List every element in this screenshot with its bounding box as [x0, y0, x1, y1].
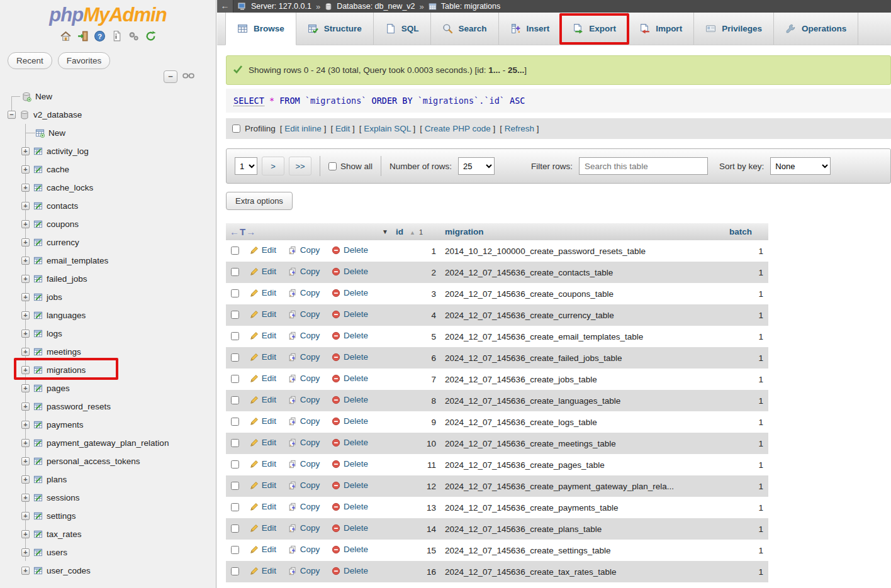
tab-export[interactable]: Export: [561, 13, 628, 45]
tree-item-table[interactable]: + activity_log: [0, 142, 216, 160]
column-header-batch[interactable]: batch: [726, 223, 768, 240]
tree-item-table[interactable]: + meetings: [0, 343, 216, 361]
delete-link[interactable]: Delete: [332, 395, 368, 404]
help-icon[interactable]: ?: [94, 30, 106, 42]
row-checkbox[interactable]: [231, 396, 239, 404]
tree-item-table[interactable]: + user_codes: [0, 562, 216, 580]
expand-table-icon[interactable]: +: [21, 311, 30, 319]
expand-table-icon[interactable]: +: [21, 165, 30, 174]
logout-icon[interactable]: [77, 30, 89, 42]
row-checkbox[interactable]: [231, 524, 239, 533]
delete-link[interactable]: Delete: [332, 309, 368, 319]
tree-item-table[interactable]: + contacts: [0, 197, 216, 215]
tree-item-table[interactable]: + plans: [0, 470, 216, 489]
edit-link[interactable]: Edit: [250, 416, 276, 426]
table-name-label[interactable]: users: [47, 548, 67, 557]
collapse-database-icon[interactable]: −: [8, 111, 16, 119]
edit-link[interactable]: Edit: [250, 566, 276, 575]
expand-table-icon[interactable]: +: [21, 512, 30, 520]
row-checkbox[interactable]: [231, 418, 239, 426]
expand-table-icon[interactable]: +: [21, 275, 30, 283]
edit-link[interactable]: Edit: [250, 395, 276, 404]
edit-link[interactable]: Edit: [250, 374, 276, 383]
expand-table-icon[interactable]: +: [21, 548, 30, 557]
table-name-label[interactable]: payment_gateway_plan_relation: [47, 438, 169, 448]
copy-link[interactable]: Copy: [288, 374, 320, 383]
tree-item-table[interactable]: + coupons: [0, 215, 216, 233]
tree-item-table[interactable]: + failed_jobs: [0, 270, 216, 288]
options-caret-icon[interactable]: ▼: [382, 228, 388, 235]
row-checkbox[interactable]: [231, 482, 239, 490]
expand-table-icon[interactable]: +: [21, 220, 30, 228]
expand-table-icon[interactable]: +: [21, 530, 30, 538]
tree-item-database[interactable]: − v2_database: [0, 106, 216, 124]
database-name-label[interactable]: v2_database: [33, 110, 82, 119]
create-php-code-link[interactable]: Create PHP code: [425, 124, 491, 133]
row-checkbox[interactable]: [231, 247, 239, 255]
row-checkbox[interactable]: [231, 289, 239, 297]
row-checkbox[interactable]: [231, 567, 239, 575]
table-name-label[interactable]: migrations: [47, 365, 86, 375]
tab-sql[interactable]: SQL: [374, 13, 431, 45]
row-checkbox[interactable]: [231, 439, 239, 447]
tree-item-table[interactable]: + password_resets: [0, 397, 216, 416]
expand-table-icon[interactable]: +: [21, 147, 30, 155]
tree-item-table[interactable]: + tax_rates: [0, 525, 216, 543]
delete-link[interactable]: Delete: [332, 245, 368, 255]
copy-link[interactable]: Copy: [288, 309, 320, 319]
collapse-all-icon[interactable]: −: [164, 70, 177, 83]
new-table-label[interactable]: New: [48, 128, 65, 138]
tree-item-table[interactable]: + cache: [0, 160, 216, 179]
tree-item-new-table[interactable]: New: [0, 124, 216, 142]
expand-table-icon[interactable]: +: [21, 202, 30, 210]
table-name-label[interactable]: coupons: [47, 219, 79, 229]
edit-link[interactable]: Edit: [250, 288, 276, 297]
table-name-label[interactable]: user_codes: [47, 566, 91, 575]
row-checkbox[interactable]: [231, 268, 239, 276]
table-name-label[interactable]: sessions: [47, 493, 80, 502]
delete-link[interactable]: Delete: [332, 545, 368, 554]
tree-item-table[interactable]: + payment_gateway_plan_relation: [0, 434, 216, 452]
table-name-label[interactable]: failed_jobs: [47, 274, 87, 284]
back-arrow-button[interactable]: ←: [217, 0, 233, 13]
table-name-label[interactable]: cache: [47, 165, 69, 174]
edit-link[interactable]: Edit: [250, 545, 276, 554]
sql-keyword[interactable]: SELECT: [233, 96, 264, 106]
expand-table-icon[interactable]: +: [21, 238, 30, 247]
delete-link[interactable]: Delete: [332, 352, 368, 362]
tree-item-table[interactable]: + personal_access_tokens: [0, 452, 216, 470]
copy-link[interactable]: Copy: [288, 395, 320, 404]
tree-item-table[interactable]: + jobs: [0, 288, 216, 306]
row-checkbox[interactable]: [231, 460, 239, 469]
copy-link[interactable]: Copy: [288, 267, 320, 276]
refresh-link[interactable]: Refresh: [505, 124, 534, 133]
transpose-controls[interactable]: ←T→: [230, 226, 256, 237]
edit-link[interactable]: Edit: [250, 480, 276, 490]
home-icon[interactable]: [60, 30, 72, 42]
tree-item-table[interactable]: + currency: [0, 233, 216, 252]
expand-table-icon[interactable]: +: [21, 457, 30, 465]
edit-link[interactable]: Edit: [250, 267, 276, 276]
expand-table-icon[interactable]: +: [21, 184, 30, 192]
tree-item-table[interactable]: + migrations: [0, 361, 216, 379]
expand-table-icon[interactable]: +: [21, 494, 30, 502]
last-page-button[interactable]: >>: [289, 157, 311, 175]
edit-link[interactable]: Edit: [250, 331, 276, 340]
next-page-button[interactable]: >: [262, 157, 284, 175]
explain-sql-link[interactable]: Explain SQL: [364, 124, 411, 133]
copy-link[interactable]: Copy: [288, 438, 320, 447]
settings-icon[interactable]: [128, 30, 140, 42]
column-header-migration[interactable]: migration: [441, 223, 726, 240]
table-name-label[interactable]: password_resets: [47, 402, 111, 411]
copy-link[interactable]: Copy: [288, 502, 320, 511]
table-name-label[interactable]: jobs: [47, 292, 62, 302]
expand-table-icon[interactable]: +: [21, 421, 30, 429]
tree-item-table[interactable]: + settings: [0, 507, 216, 525]
recent-button[interactable]: Recent: [8, 52, 52, 69]
copy-link[interactable]: Copy: [288, 480, 320, 490]
table-name-label[interactable]: activity_log: [47, 147, 89, 156]
expand-table-icon[interactable]: +: [21, 348, 30, 356]
table-name-label[interactable]: settings: [47, 511, 76, 521]
link-panel-icon[interactable]: [182, 72, 194, 82]
expand-table-icon[interactable]: +: [21, 257, 30, 265]
